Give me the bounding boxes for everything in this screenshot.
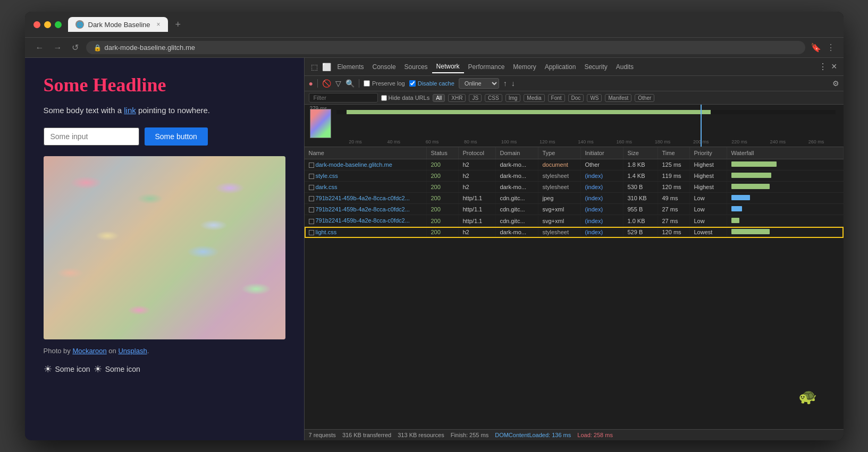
download-icon[interactable]: ↓ <box>511 79 515 88</box>
tab-area: 🌐 Dark Mode Baseline × + <box>68 17 835 32</box>
tab-application[interactable]: Application <box>541 61 580 73</box>
active-tab[interactable]: 🌐 Dark Mode Baseline × <box>68 17 168 32</box>
row2-time: 120 ms <box>658 182 690 192</box>
table-row[interactable]: dark.css 200 h2 dark-mo... stylesheet (i… <box>305 182 844 193</box>
traffic-light-minimize[interactable] <box>44 21 51 28</box>
search-icon[interactable]: 🔍 <box>345 79 355 88</box>
tab-memory[interactable]: Memory <box>509 61 540 73</box>
throttle-select[interactable]: Online Fast 3G Slow 3G Offline <box>459 78 499 89</box>
row4-time: 27 ms <box>658 204 690 215</box>
browser-toolbar-right: 🔖 ⋮ <box>811 42 835 53</box>
some-button[interactable]: Some button <box>145 127 208 146</box>
col-status[interactable]: Status <box>427 147 459 159</box>
col-time[interactable]: Time <box>658 147 690 159</box>
tab-elements[interactable]: Elements <box>333 61 368 73</box>
row3-protocol: http/1.1 <box>459 193 496 203</box>
row5-protocol: http/1.1 <box>459 216 496 226</box>
tab-audits[interactable]: Audits <box>612 61 638 73</box>
filter-other[interactable]: Other <box>635 94 654 102</box>
icon-label-2: Some icon <box>105 365 140 373</box>
col-waterfall[interactable]: Waterfall <box>727 147 844 159</box>
tab-security[interactable]: Security <box>580 61 611 73</box>
devtools-panel: ⬚ ⬜ Elements Console Sources Network Per… <box>304 58 844 440</box>
dom-content-loaded: DOMContentLoaded: 136 ms <box>495 432 571 438</box>
col-priority[interactable]: Priority <box>690 147 727 159</box>
row2-protocol: h2 <box>459 182 496 192</box>
hide-data-urls-checkbox[interactable]: Hide data URLs <box>381 95 430 101</box>
reload-button[interactable]: ↺ <box>70 41 81 54</box>
transferred-size: 316 KB transferred <box>342 432 391 438</box>
devtools-more-icon[interactable]: ⋮ <box>816 58 829 75</box>
status-bar: 7 requests 316 KB transferred 313 KB res… <box>305 429 844 440</box>
back-button[interactable]: ← <box>33 42 46 54</box>
row4-type: svg+xml <box>538 204 581 215</box>
devtools-close-icon[interactable]: × <box>829 58 839 75</box>
bookmark-icon[interactable]: 🔖 <box>811 42 821 53</box>
body-text-before-link: Some body text with a <box>44 106 124 115</box>
table-row-highlighted[interactable]: light.css 200 h2 dark-mo... stylesheet (… <box>305 227 844 238</box>
filter-input[interactable] <box>309 93 378 103</box>
upload-icon[interactable]: ↑ <box>503 79 507 88</box>
preserve-log-checkbox[interactable]: Preserve log <box>364 80 405 87</box>
some-input[interactable] <box>44 127 139 146</box>
row4-size: 955 B <box>623 204 658 215</box>
row5-waterfall <box>727 216 844 226</box>
col-name[interactable]: Name <box>305 147 427 159</box>
table-header: Name Status Protocol Domain Type Initiat… <box>305 147 844 159</box>
more-menu-icon[interactable]: ⋮ <box>827 42 835 53</box>
col-type[interactable]: Type <box>538 147 581 159</box>
forward-button[interactable]: → <box>52 42 64 54</box>
filter-doc[interactable]: Doc <box>568 94 584 102</box>
network-table: Name Status Protocol Domain Type Initiat… <box>305 147 844 429</box>
col-domain[interactable]: Domain <box>496 147 538 159</box>
record-button[interactable]: ● <box>309 79 313 88</box>
settings-button[interactable]: ⚙ <box>832 79 839 88</box>
filter-img[interactable]: Img <box>505 94 521 102</box>
tab-console[interactable]: Console <box>368 61 400 73</box>
filter-manifest[interactable]: Manifest <box>605 94 631 102</box>
tab-performance[interactable]: Performance <box>464 61 509 73</box>
new-tab-button[interactable]: + <box>172 19 184 30</box>
row2-name: dark.css <box>305 182 427 192</box>
page-body-text: Some body text with a link pointing to n… <box>44 105 285 117</box>
filter-media[interactable]: Media <box>524 94 544 102</box>
mockaroon-link[interactable]: Mockaroon <box>72 347 106 355</box>
tab-sources[interactable]: Sources <box>400 61 432 73</box>
traffic-light-close[interactable] <box>33 21 40 28</box>
traffic-light-maximize[interactable] <box>55 21 62 28</box>
filter-ws[interactable]: WS <box>587 94 602 102</box>
clear-button[interactable]: 🚫 <box>322 79 331 88</box>
col-protocol[interactable]: Protocol <box>459 147 496 159</box>
row2-priority: Highest <box>690 182 727 192</box>
row5-priority: Low <box>690 216 727 226</box>
filter-css[interactable]: CSS <box>485 94 502 102</box>
row4-domain: cdn.gitc... <box>496 204 538 215</box>
table-row[interactable]: dark-mode-baseline.glitch.me 200 h2 dark… <box>305 159 844 170</box>
table-row[interactable]: 791b2241-459b-4a2e-8cca-c0fdc2... 200 ht… <box>305 204 844 215</box>
filter-js[interactable]: JS <box>469 94 482 102</box>
unsplash-link[interactable]: Unsplash <box>118 347 147 355</box>
row6-domain: dark-mo... <box>496 227 538 237</box>
tab-network[interactable]: Network <box>432 61 464 73</box>
filter-icon[interactable]: ▽ <box>335 79 341 88</box>
table-row[interactable]: 791b2241-459b-4a2e-8cca-c0fdc2... 200 ht… <box>305 193 844 204</box>
body-link[interactable]: link <box>124 106 136 115</box>
tab-close-button[interactable]: × <box>157 21 161 28</box>
address-field[interactable]: 🔒 dark-mode-baseline.glitch.me <box>86 41 805 54</box>
devtools-inspect-icon[interactable]: ⬚ <box>309 59 320 74</box>
col-initiator[interactable]: Initiator <box>581 147 623 159</box>
row4-initiator: (index) <box>581 204 623 215</box>
photo-credit-mid: on <box>107 347 119 355</box>
row4-protocol: http/1.1 <box>459 204 496 215</box>
devtools-toolbar2: ● 🚫 ▽ 🔍 Preserve log Disable cache Onlin… <box>305 76 844 91</box>
devtools-device-icon[interactable]: ⬜ <box>320 59 333 74</box>
col-size[interactable]: Size <box>623 147 658 159</box>
row5-type: svg+xml <box>538 216 581 226</box>
filter-all[interactable]: All <box>433 94 445 102</box>
table-row[interactable]: style.css 200 h2 dark-mo... stylesheet (… <box>305 170 844 182</box>
filter-font[interactable]: Font <box>548 94 565 102</box>
table-row[interactable]: 791b2241-459b-4a2e-8cca-c0fdc2... 200 ht… <box>305 215 844 226</box>
filter-xhr[interactable]: XHR <box>448 94 466 102</box>
disable-cache-checkbox[interactable]: Disable cache <box>409 80 454 87</box>
devtools-top-bar: ⬚ ⬜ Elements Console Sources Network Per… <box>305 58 844 76</box>
